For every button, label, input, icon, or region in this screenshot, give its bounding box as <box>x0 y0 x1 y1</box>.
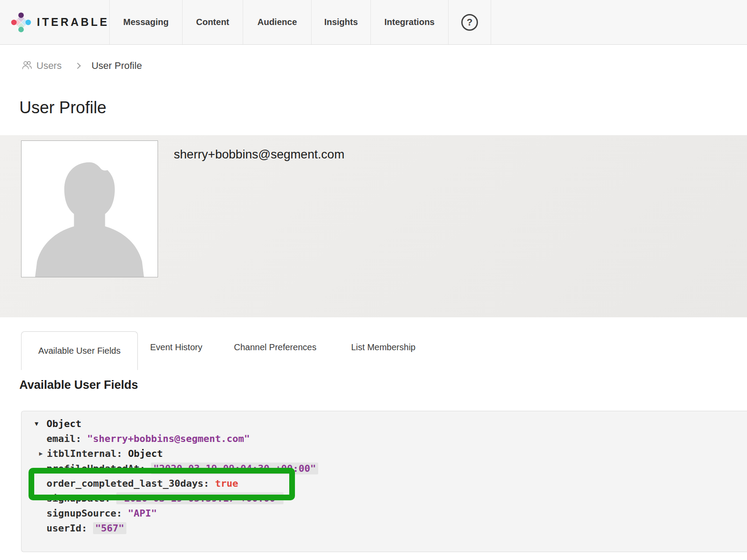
section-heading: Available User Fields <box>19 378 138 392</box>
field-key: itblInternal: <box>47 448 122 459</box>
help-icon[interactable]: ? <box>461 14 478 31</box>
field-key: order_completed_last_30days: <box>47 478 209 489</box>
user-email: sherry+bobbins@segment.com <box>174 147 345 162</box>
nav-item-content[interactable]: Content <box>183 0 243 44</box>
field-value: "API" <box>128 508 157 519</box>
tab-available-user-fields[interactable]: Available User Fields <box>21 331 138 370</box>
field-row-root: ▼ Object <box>35 416 747 431</box>
breadcrumb-current: User Profile <box>91 60 142 72</box>
page-title: User Profile <box>19 98 107 117</box>
field-key: profileUpdatedAt: <box>47 463 145 474</box>
help-glyph: ? <box>467 17 472 28</box>
tab-list-membership[interactable]: List Membership <box>351 342 416 352</box>
field-row-signupdate: signupDate: "2020-03-19 05:39:17 +00:00" <box>35 491 747 506</box>
field-value: Object <box>128 448 163 459</box>
root-object-label: Object <box>47 418 81 429</box>
collapse-expander-icon[interactable]: ▼ <box>35 420 47 427</box>
breadcrumb-users-label: Users <box>36 60 61 72</box>
nav-item-messaging[interactable]: Messaging <box>110 0 183 44</box>
field-key: email: <box>47 433 81 444</box>
field-row-itblinternal: ▶ itblInternal: Object <box>35 446 747 461</box>
nav-item-integrations[interactable]: Integrations <box>371 0 449 44</box>
expand-expander-icon[interactable]: ▶ <box>39 450 43 457</box>
user-profile-page: ITERABLE Messaging Content Audience Insi… <box>0 0 747 560</box>
field-value-highlighted: "2020-03-19 09:04:30 +00:00" <box>151 463 318 474</box>
breadcrumb-chevron-icon <box>75 62 81 68</box>
users-icon <box>21 60 33 72</box>
field-row-userid: userId: "567" <box>35 521 747 535</box>
field-value-highlighted: "2020-03-19 05:39:17 +00:00" <box>116 492 284 504</box>
field-key: userId: <box>47 523 87 534</box>
tab-channel-preferences[interactable]: Channel Preferences <box>234 342 316 352</box>
field-value-highlighted: "567" <box>93 522 126 534</box>
avatar <box>21 140 158 277</box>
profile-header-band: sherry+bobbins@segment.com <box>0 135 747 317</box>
nav-help-cell: ? <box>449 0 491 44</box>
breadcrumb: Users User Profile <box>21 60 142 72</box>
top-navbar: ITERABLE Messaging Content Audience Insi… <box>0 0 747 45</box>
nav-item-audience[interactable]: Audience <box>243 0 312 44</box>
field-key: signupDate: <box>47 493 111 504</box>
iterable-logo-icon <box>11 8 32 37</box>
breadcrumb-users-link[interactable]: Users <box>21 60 61 72</box>
field-row-order-completed-last-30days: order_completed_last_30days: true <box>35 476 747 491</box>
field-row-signupsource: signupSource: "API" <box>35 506 747 521</box>
tab-available-user-fields-label: Available User Fields <box>38 346 121 356</box>
available-user-fields-box: ▼ Object email: "sherry+bobbins@segment.… <box>21 411 747 552</box>
field-value: "sherry+bobbins@segment.com" <box>87 433 250 444</box>
avatar-placeholder-icon <box>22 141 158 277</box>
brand-name: ITERABLE <box>37 16 109 29</box>
field-row-profileupdatedat: profileUpdatedAt: "2020-03-19 09:04:30 +… <box>35 461 747 476</box>
brand-logo[interactable]: ITERABLE <box>0 0 110 44</box>
field-value: true <box>215 478 238 489</box>
tab-event-history[interactable]: Event History <box>150 342 202 352</box>
field-row-email: email: "sherry+bobbins@segment.com" <box>35 431 747 446</box>
nav-item-insights[interactable]: Insights <box>312 0 371 44</box>
field-key: signupSource: <box>47 508 122 519</box>
